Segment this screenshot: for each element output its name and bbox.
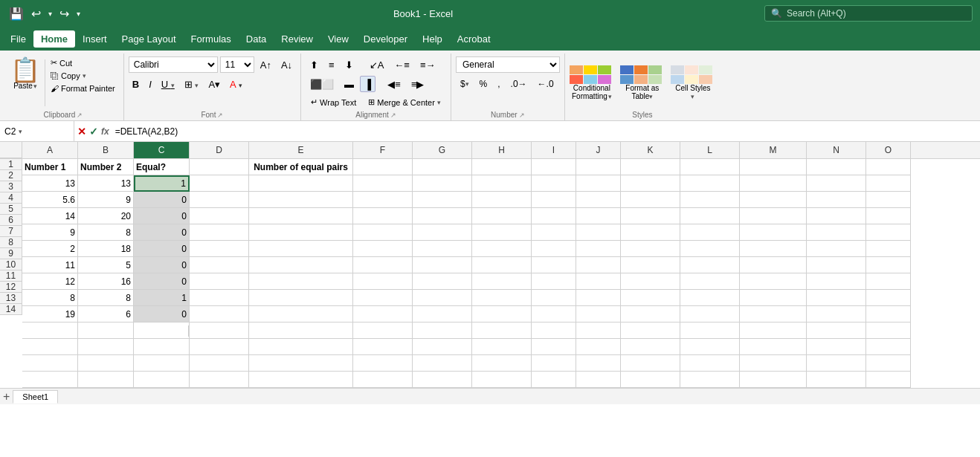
currency-button[interactable]: $ ▾ <box>456 76 474 92</box>
cell-k12[interactable] <box>621 339 680 355</box>
cell-e14[interactable] <box>249 372 353 388</box>
cell-d4[interactable] <box>190 208 249 224</box>
col-header-k[interactable]: K <box>621 142 680 158</box>
cell-l8[interactable] <box>680 273 740 290</box>
cell-a7[interactable]: 11 <box>22 257 78 273</box>
cell-l6[interactable] <box>680 241 740 257</box>
cell-k2[interactable] <box>621 175 680 192</box>
cell-c12[interactable] <box>134 339 190 355</box>
cell-d9[interactable] <box>190 290 249 306</box>
cell-n4[interactable] <box>807 208 866 224</box>
cell-g14[interactable] <box>413 372 472 388</box>
cell-o9[interactable] <box>866 290 911 306</box>
clipboard-expand-icon[interactable]: ↗ <box>77 111 83 119</box>
cell-d3[interactable] <box>190 192 249 208</box>
cell-d7[interactable] <box>190 257 249 273</box>
cell-m10[interactable] <box>740 306 807 323</box>
cell-i1[interactable] <box>532 159 576 175</box>
cell-o7[interactable] <box>866 257 911 273</box>
menu-acrobat[interactable]: Acrobat <box>450 30 498 48</box>
cell-j1[interactable] <box>576 159 621 175</box>
cell-j5[interactable] <box>576 224 621 241</box>
cell-j7[interactable] <box>576 257 621 273</box>
col-header-j[interactable]: J <box>576 142 621 158</box>
percent-button[interactable]: % <box>475 76 492 92</box>
cell-h1[interactable] <box>472 159 532 175</box>
cell-i6[interactable] <box>532 241 576 257</box>
cell-h13[interactable] <box>472 355 532 372</box>
cell-a9[interactable]: 8 <box>22 290 78 306</box>
cell-g11[interactable] <box>413 323 472 339</box>
cell-g13[interactable] <box>413 355 472 372</box>
cell-a12[interactable] <box>22 339 78 355</box>
row-num-2[interactable]: 2 <box>0 170 22 181</box>
sheet-tab-1[interactable]: Sheet1 <box>13 390 58 403</box>
row-num-6[interactable]: 6 <box>0 215 22 226</box>
cell-f11[interactable] <box>353 323 413 339</box>
cell-c3[interactable]: 0 <box>134 192 190 208</box>
cell-h5[interactable] <box>472 224 532 241</box>
cell-h6[interactable] <box>472 241 532 257</box>
clipboard-label[interactable]: Clipboard ↗ <box>7 109 119 120</box>
cell-f14[interactable] <box>353 372 413 388</box>
cell-n5[interactable] <box>807 224 866 241</box>
cell-h8[interactable] <box>472 273 532 290</box>
cell-l2[interactable] <box>680 175 740 192</box>
cell-e7[interactable] <box>249 257 353 273</box>
text-direction-button[interactable]: ↙A <box>365 56 389 73</box>
cell-d1[interactable] <box>190 159 249 175</box>
col-header-m[interactable]: M <box>740 142 807 158</box>
cell-i4[interactable] <box>532 208 576 224</box>
number-expand-icon[interactable]: ↗ <box>519 111 525 119</box>
cell-n9[interactable] <box>807 290 866 306</box>
cell-n8[interactable] <box>807 273 866 290</box>
styles-label[interactable]: Styles <box>570 109 715 120</box>
align-center-button[interactable]: ▬ <box>340 76 358 92</box>
row-num-8[interactable]: 8 <box>0 237 22 248</box>
cell-reference-box[interactable]: C2 ▾ <box>0 121 74 141</box>
save-icon[interactable]: 💾 <box>7 5 25 22</box>
formula-input[interactable] <box>112 126 980 137</box>
cell-i14[interactable] <box>532 372 576 388</box>
cell-c9[interactable]: 1 <box>134 290 190 306</box>
cell-j2[interactable] <box>576 175 621 192</box>
cell-l9[interactable] <box>680 290 740 306</box>
cell-e2[interactable] <box>249 175 353 192</box>
comma-button[interactable]: , <box>493 76 504 92</box>
cell-k1[interactable] <box>621 159 680 175</box>
menu-review[interactable]: Review <box>274 30 320 48</box>
cell-a13[interactable] <box>22 355 78 372</box>
cell-a5[interactable]: 9 <box>22 224 78 241</box>
cell-f9[interactable] <box>353 290 413 306</box>
cell-g8[interactable] <box>413 273 472 290</box>
cell-o8[interactable] <box>866 273 911 290</box>
cell-b11[interactable] <box>78 323 134 339</box>
menu-view[interactable]: View <box>320 30 356 48</box>
autofill-options-icon[interactable]: ⊞▾ <box>188 325 190 337</box>
cell-m11[interactable] <box>740 323 807 339</box>
cell-j14[interactable] <box>576 372 621 388</box>
cell-l3[interactable] <box>680 192 740 208</box>
align-right-button[interactable]: ▐ <box>360 76 375 92</box>
cell-k13[interactable] <box>621 355 680 372</box>
col-header-h[interactable]: H <box>472 142 532 158</box>
row-num-1[interactable]: 1 <box>0 159 22 170</box>
cell-i10[interactable] <box>532 306 576 323</box>
cell-a4[interactable]: 14 <box>22 208 78 224</box>
cell-i2[interactable] <box>532 175 576 192</box>
align-left-button[interactable]: ⬛⬜ <box>306 76 338 92</box>
cell-e5[interactable] <box>249 224 353 241</box>
cell-m4[interactable] <box>740 208 807 224</box>
indent-decrease-button[interactable]: ←≡ <box>390 56 414 73</box>
search-box[interactable]: 🔍 Search (Alt+Q) <box>764 5 973 22</box>
align-top-button[interactable]: ⬆ <box>306 56 323 73</box>
cell-m5[interactable] <box>740 224 807 241</box>
cell-c13[interactable] <box>134 355 190 372</box>
cell-f10[interactable] <box>353 306 413 323</box>
cell-e10[interactable] <box>249 306 353 323</box>
cell-k6[interactable] <box>621 241 680 257</box>
decrease-font-size-button[interactable]: A↓ <box>277 56 296 73</box>
paste-button[interactable]: 📋 Paste ▾ <box>7 56 43 91</box>
cell-a1[interactable]: Number 1 <box>22 159 78 175</box>
cell-m7[interactable] <box>740 257 807 273</box>
